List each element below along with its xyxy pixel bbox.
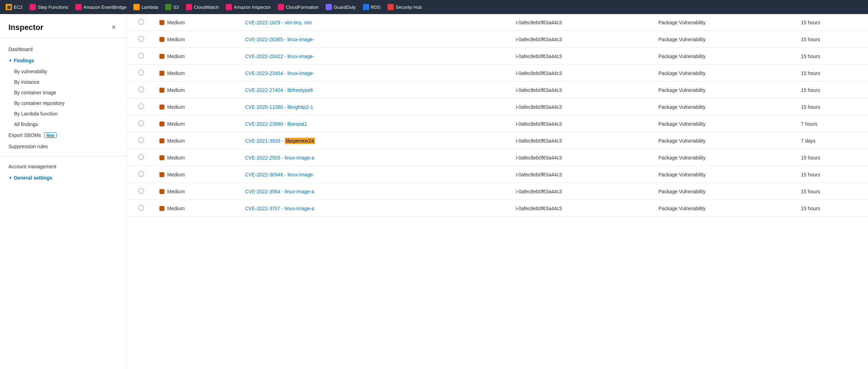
sidebar-item-by-lambda-function[interactable]: By Lambda function — [0, 108, 126, 119]
finding-link[interactable]: CVE-2022-2503 - linux-image-a — [245, 155, 314, 161]
sidebar-item-findings[interactable]: ▼ Findings — [0, 55, 126, 66]
table-row[interactable]: MediumCVE-2022-2503 - linux-image-ai-0af… — [127, 149, 868, 166]
table-row[interactable]: MediumCVE-2022-36946 - linux-image-i-0af… — [127, 166, 868, 183]
finding-type: Package Vulnerability — [654, 14, 797, 31]
table-row[interactable]: MediumCVE-2022-26365 - linux-image-i-0af… — [127, 31, 868, 48]
table-row[interactable]: MediumCVE-2023-23454 - linux-image-i-0af… — [127, 65, 868, 82]
sidebar-item-account-management[interactable]: Account management — [0, 161, 126, 172]
table-row[interactable]: MediumCVE-2022-3564 - linux-image-ai-0af… — [127, 183, 868, 200]
svg-text:⬛: ⬛ — [7, 5, 11, 10]
finding-age: 7 hours — [797, 115, 868, 132]
finding-age: 15 hours — [797, 99, 868, 115]
s3-icon — [165, 4, 171, 10]
row-radio[interactable] — [138, 53, 144, 58]
main-content: MediumCVE-2022-1629 - vim-tiny, vimi-0af… — [127, 14, 868, 369]
severity-indicator — [159, 37, 164, 42]
nav-item-security-hub[interactable]: Security Hub — [385, 2, 424, 12]
severity-label: Medium — [167, 121, 185, 127]
finding-type: Package Vulnerability — [654, 149, 797, 166]
table-row[interactable]: MediumCVE-2020-11080 - libnghttp2-1i-0af… — [127, 99, 868, 115]
row-radio[interactable] — [138, 120, 144, 126]
svg-rect-2 — [30, 5, 35, 10]
severity-label: Medium — [167, 138, 185, 144]
table-row[interactable]: MediumCVE-2021-3933 - libopenexr24i-0afe… — [127, 132, 868, 149]
nav-item-inspector[interactable]: Amazon Inspector — [223, 2, 273, 12]
finding-type: Package Vulnerability — [654, 82, 797, 99]
row-radio[interactable] — [138, 70, 144, 75]
row-radio[interactable] — [138, 104, 144, 109]
table-row[interactable]: MediumCVE-2022-1629 - vim-tiny, vimi-0af… — [127, 14, 868, 31]
nav-item-guardduty[interactable]: GuardDuty — [323, 2, 359, 12]
finding-link[interactable]: CVE-2022-27404 - libfreetype6 — [245, 87, 313, 93]
nav-item-lambda[interactable]: Lambda — [131, 2, 161, 12]
resource-id: i-0afec8eb0f63a44c3 — [512, 65, 654, 82]
table-row[interactable]: MediumCVE-2022-27404 - libfreetype6i-0af… — [127, 82, 868, 99]
row-radio[interactable] — [138, 171, 144, 177]
row-radio[interactable] — [138, 205, 144, 211]
nav-item-step-functions[interactable]: Step Functions — [27, 2, 71, 12]
nav-item-eventbridge[interactable]: Amazon EventBridge — [73, 2, 129, 12]
sidebar-item-all-findings[interactable]: All findings — [0, 119, 126, 130]
sidebar-item-suppression-rules[interactable]: Suppression rules — [0, 141, 126, 152]
finding-link[interactable]: CVE-2022-3707 - linux-image-a — [245, 206, 314, 211]
row-radio[interactable] — [138, 36, 144, 42]
finding-link[interactable]: CVE-2021-3933 - libopenexr24 — [245, 138, 315, 144]
finding-age: 15 hours — [797, 31, 868, 48]
nav-item-cloudformation[interactable]: CloudFormation — [275, 2, 321, 12]
finding-link[interactable]: CVE-2023-23454 - linux-image- — [245, 70, 314, 76]
svg-rect-10 — [364, 5, 369, 10]
severity-label: Medium — [167, 206, 185, 211]
row-radio[interactable] — [138, 188, 144, 194]
rds-icon — [363, 4, 369, 10]
sidebar-item-by-instance[interactable]: By instance — [0, 77, 126, 87]
finding-age: 15 hours — [797, 200, 868, 217]
resource-id: i-0afec8eb0f63a44c3 — [512, 14, 654, 31]
sidebar-item-dashboard[interactable]: Dashboard — [0, 44, 126, 55]
sidebar-item-by-vulnerability[interactable]: By vulnerability — [0, 66, 126, 77]
sidebar-item-by-container-image[interactable]: By container image — [0, 87, 126, 98]
finding-link[interactable]: CVE-2020-11080 - libnghttp2-1 — [245, 104, 313, 110]
finding-link[interactable]: CVE-2022-36946 - linux-image- — [245, 172, 314, 177]
finding-link[interactable]: CVE-2022-26365 - linux-image- — [245, 37, 314, 42]
finding-link[interactable]: CVE-2022-1629 - vim-tiny, vim — [245, 20, 312, 25]
finding-type: Package Vulnerability — [654, 166, 797, 183]
finding-age: 7 days — [797, 132, 868, 149]
row-radio[interactable] — [138, 154, 144, 160]
sidebar-item-export-sboms[interactable]: Export SBOMs New — [0, 130, 126, 141]
severity-label: Medium — [167, 54, 185, 59]
severity-indicator — [159, 54, 164, 59]
nav-item-ec2[interactable]: ⬛ EC2 — [3, 2, 25, 12]
finding-age: 15 hours — [797, 166, 868, 183]
lambda-icon — [133, 4, 140, 10]
finding-link[interactable]: CVE-2022-20422 - linux-image- — [245, 54, 314, 59]
finding-type: Package Vulnerability — [654, 115, 797, 132]
finding-age: 15 hours — [797, 183, 868, 200]
nav-item-rds[interactable]: RDS — [360, 2, 383, 12]
sidebar-header: Inspector × — [0, 14, 126, 38]
row-radio[interactable] — [138, 87, 144, 92]
finding-link[interactable]: CVE-2022-23990 - libexpat1 — [245, 121, 307, 127]
nav-item-cloudwatch[interactable]: CloudWatch — [183, 2, 221, 12]
svg-rect-9 — [326, 5, 331, 10]
finding-age: 15 hours — [797, 48, 868, 65]
table-row[interactable]: MediumCVE-2022-23990 - libexpat1i-0afec8… — [127, 115, 868, 132]
severity-label: Medium — [167, 155, 185, 161]
finding-link[interactable]: CVE-2022-3564 - linux-image-a — [245, 189, 314, 194]
severity-label: Medium — [167, 172, 185, 177]
table-row[interactable]: MediumCVE-2022-20422 - linux-image-i-0af… — [127, 48, 868, 65]
sidebar-item-general-settings[interactable]: ▼ General settings — [0, 172, 126, 183]
nav-item-s3[interactable]: S3 — [162, 2, 182, 12]
cloudformation-icon — [278, 4, 284, 10]
finding-type: Package Vulnerability — [654, 183, 797, 200]
row-radio[interactable] — [138, 137, 144, 143]
cloudwatch-icon — [186, 4, 192, 10]
new-badge[interactable]: New — [44, 132, 57, 138]
svg-rect-7 — [226, 5, 231, 10]
sidebar-item-by-container-repository[interactable]: By container repository — [0, 98, 126, 108]
row-radio[interactable] — [138, 19, 144, 25]
resource-id: i-0afec8eb0f63a44c3 — [512, 166, 654, 183]
close-button[interactable]: × — [109, 23, 118, 32]
table-row[interactable]: MediumCVE-2022-3707 - linux-image-ai-0af… — [127, 200, 868, 217]
severity-indicator — [159, 88, 164, 93]
finding-type: Package Vulnerability — [654, 132, 797, 149]
